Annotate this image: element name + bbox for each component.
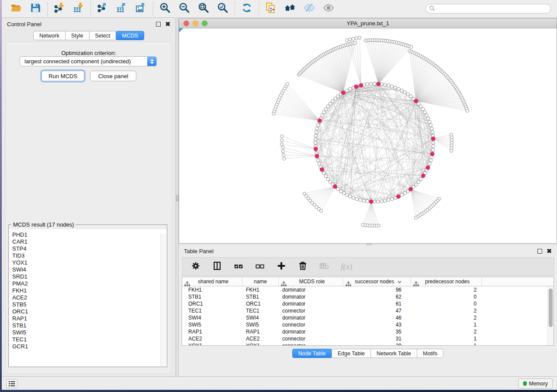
column-label: successor nodes — [355, 279, 394, 285]
refresh-view-button[interactable] — [241, 3, 253, 15]
run-mcds-button[interactable]: Run MCDS — [42, 71, 84, 81]
mcds-result-item[interactable]: ORC1 — [12, 308, 166, 315]
table-cell — [482, 293, 554, 300]
export-table-button[interactable] — [116, 3, 128, 15]
mcds-result-item[interactable]: TID3 — [12, 252, 166, 259]
table-row[interactable]: ORC1ORC1dominator610 — [182, 300, 554, 307]
mcds-result-item[interactable]: SWI4 — [12, 266, 166, 273]
mcds-result-item[interactable]: FKH1 — [12, 287, 166, 294]
float-table-panel-icon[interactable] — [537, 249, 542, 254]
delete-table-button — [319, 261, 329, 272]
tab-mcds[interactable]: MCDS — [116, 31, 144, 40]
mcds-result-list: PHD1CAR1STP4TID3YOX1SWI4SRD1PMA2FKH1ACE2… — [9, 229, 166, 366]
mcds-list-scrollbar[interactable] — [160, 234, 166, 366]
table-row[interactable]: SWI5SWI5connector431 — [182, 321, 554, 328]
table-cell: RAP1 — [182, 328, 242, 335]
zoom-in-button[interactable] — [159, 3, 171, 15]
table-cell: 2 — [411, 328, 482, 335]
mcds-result-item[interactable]: STB5 — [12, 301, 166, 308]
tab-style[interactable]: Style — [65, 31, 90, 40]
deselect-all-button[interactable] — [255, 261, 265, 272]
float-panel-icon[interactable] — [156, 22, 161, 27]
vertical-splitter[interactable] — [176, 18, 179, 376]
network-neighbors-button[interactable] — [284, 3, 296, 15]
save-session-button[interactable] — [29, 3, 42, 15]
show-columns-button[interactable] — [212, 261, 222, 272]
table-scrollbar[interactable] — [547, 286, 554, 345]
network-graph[interactable] — [179, 28, 557, 243]
select-all-button[interactable] — [234, 261, 243, 272]
close-panel-icon[interactable]: ✖ — [165, 22, 170, 27]
table-tab-motifs[interactable]: Motifs — [417, 349, 443, 358]
mcds-result-item[interactable]: PMA2 — [12, 280, 166, 287]
export-table-icon — [116, 2, 128, 15]
table-cell: SWI5 — [182, 321, 242, 328]
zoom-selected-button[interactable] — [217, 3, 229, 15]
clone-network-icon — [265, 2, 277, 15]
mcds-result-item[interactable]: RAP1 — [12, 315, 166, 322]
vertical-splitter-grip[interactable] — [176, 195, 178, 201]
mcds-result-item[interactable]: TEC1 — [12, 336, 166, 343]
open-file-button[interactable] — [10, 3, 22, 15]
mcds-result-item[interactable]: SWI5 — [12, 329, 166, 336]
table-tab-network-table[interactable]: Network Table — [370, 349, 417, 358]
mcds-result-item[interactable]: PHD1 — [12, 231, 166, 238]
show-columns-icon — [212, 261, 222, 272]
add-row-button[interactable] — [277, 261, 286, 272]
maximize-window-icon[interactable] — [202, 21, 208, 26]
table-tab-node-table[interactable]: Node Table — [292, 349, 332, 358]
mcds-result-item[interactable]: STB1 — [12, 322, 166, 329]
table-cell: 61 — [343, 300, 411, 307]
mcds-result-item[interactable]: STP4 — [12, 245, 166, 252]
task-history-button[interactable] — [6, 379, 17, 388]
mcds-result-item[interactable]: SRD1 — [12, 273, 166, 280]
close-table-panel-icon[interactable]: ✖ — [547, 249, 552, 254]
table-row[interactable]: ACE2ACE2connector311 — [182, 335, 554, 342]
table-cell — [482, 328, 554, 335]
show-details-button[interactable] — [322, 3, 335, 15]
close-panel-button[interactable]: Close panel — [90, 71, 136, 81]
memory-label: Memory — [529, 381, 548, 387]
search-input[interactable] — [426, 4, 551, 14]
zoom-fit-button[interactable] — [197, 3, 210, 15]
table-scrollbar-thumb[interactable] — [549, 289, 553, 327]
column-header-predecessor-nodes[interactable]: predecessor nodes — [411, 277, 482, 286]
export-network-icon — [97, 2, 108, 15]
delete-row-button[interactable] — [298, 261, 308, 272]
table-row[interactable]: TEC1TEC1connector472 — [182, 307, 554, 314]
deselect-all-icon — [255, 261, 265, 272]
zoom-out-button[interactable] — [178, 3, 190, 15]
mcds-result-item[interactable]: ACE2 — [12, 294, 166, 301]
view-focus-marker — [179, 28, 183, 32]
table-row[interactable]: STB1STB1dominator620 — [182, 293, 554, 300]
network-window-titlebar[interactable]: YPA_prune.txt_1 — [179, 19, 557, 28]
hide-details-button[interactable] — [303, 3, 315, 15]
export-network-button[interactable] — [97, 3, 109, 15]
column-header-MCDS-role[interactable]: MCDS role — [279, 277, 343, 286]
table-row[interactable]: FKH1FKH1dominator962 — [182, 286, 554, 293]
control-panel-title: Control Panel — [7, 21, 42, 28]
minimize-window-icon[interactable] — [193, 21, 198, 26]
mcds-result-item[interactable]: GCR1 — [12, 343, 166, 350]
mcds-result-item[interactable]: CAR1 — [12, 238, 166, 245]
table-row[interactable]: RAP1RAP1dominator352 — [182, 328, 554, 335]
import-table-button[interactable] — [73, 3, 85, 15]
criterion-dropdown[interactable]: largest connected component (undirected) — [20, 56, 157, 66]
column-header-shared-name[interactable]: shared name — [182, 277, 242, 286]
column-header-name[interactable]: name — [242, 277, 279, 286]
export-image-button[interactable] — [135, 3, 147, 15]
tab-select[interactable]: Select — [89, 31, 117, 40]
clone-network-button[interactable] — [265, 3, 277, 15]
tab-network[interactable]: Network — [33, 31, 66, 40]
memory-button[interactable]: Memory — [518, 378, 553, 389]
close-window-icon[interactable] — [183, 21, 189, 26]
table-row[interactable]: YOX1YOX1connector291 — [182, 342, 554, 346]
column-header-successor-nodes[interactable]: successor nodes — [343, 277, 411, 286]
settings-gear-button[interactable] — [191, 261, 201, 272]
import-network-button[interactable] — [53, 3, 66, 15]
network-canvas[interactable] — [179, 28, 557, 243]
table-tab-edge-table[interactable]: Edge Table — [332, 349, 371, 358]
table-row[interactable]: SWI4SWI4dominator462 — [182, 314, 554, 321]
table-cell: 1 — [411, 321, 482, 328]
mcds-result-item[interactable]: YOX1 — [12, 259, 166, 266]
